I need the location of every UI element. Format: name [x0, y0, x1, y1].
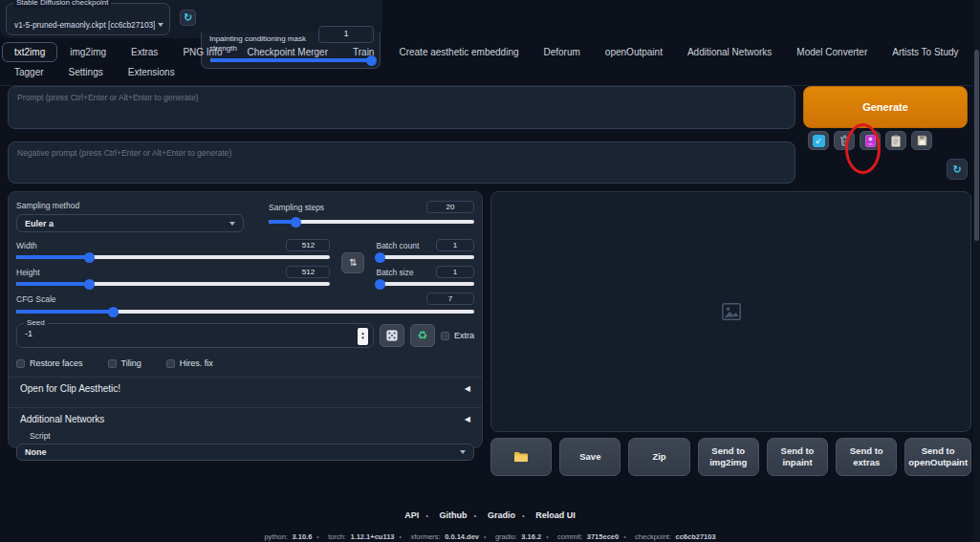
send-to-extras-button[interactable]: Send to extras — [836, 438, 897, 476]
swap-width-height-button[interactable]: ⇅ — [341, 252, 364, 273]
seed-input[interactable] — [25, 329, 312, 338]
github-link[interactable]: Github — [440, 510, 468, 520]
version-label: xformers: — [410, 532, 440, 541]
clipboard-icon — [891, 135, 901, 147]
tab-extras[interactable]: Extras — [119, 42, 170, 62]
batch-count-slider[interactable] — [376, 255, 474, 259]
tiling-checkbox[interactable] — [108, 359, 117, 368]
paste-parameters-button[interactable]: ↙ — [808, 131, 829, 150]
gradio-link[interactable]: Gradio — [488, 510, 515, 520]
version-value: cc6cb27103 — [675, 532, 715, 541]
image-placeholder-icon — [721, 301, 742, 322]
sampling-steps-slider[interactable] — [269, 220, 474, 224]
zip-button[interactable]: Zip — [628, 438, 689, 476]
bullet-separator: • — [522, 511, 525, 520]
sampling-method-dropdown[interactable]: Euler a — [16, 214, 244, 232]
tab-img2img[interactable]: img2img — [57, 42, 119, 62]
version-label: commit: — [557, 532, 582, 541]
tab-create-aesthetic-embedding[interactable]: Create aesthetic embedding — [386, 42, 531, 62]
width-slider[interactable] — [16, 255, 330, 259]
tab-tagger[interactable]: Tagger — [2, 62, 56, 82]
save-button[interactable]: Save — [559, 438, 621, 476]
tab-txt2img[interactable]: txt2img — [2, 42, 57, 62]
version-label: gradio: — [495, 532, 517, 541]
seed-stepper[interactable]: ▲ ▼ — [358, 328, 368, 345]
tab-settings[interactable]: Settings — [56, 62, 116, 82]
scrollbar-thumb[interactable] — [974, 50, 979, 241]
annotation-circle — [845, 123, 881, 174]
tab-png-info[interactable]: PNG Info — [170, 42, 234, 62]
tab-openoutpaint[interactable]: openOutpaint — [593, 42, 675, 62]
bullet-separator: • — [400, 533, 402, 540]
checkpoint-dropdown[interactable]: Stable Diffusion checkpoint v1-5-pruned-… — [6, 3, 170, 35]
bullet-separator: • — [474, 511, 477, 520]
additional-networks-label: Additional Networks — [20, 414, 104, 424]
cfg-scale-slider[interactable] — [16, 310, 474, 314]
tab-train[interactable]: Train — [340, 42, 386, 62]
paste-arrow-icon: ↙ — [813, 135, 825, 147]
send-to-openoutpaint-button[interactable]: Send to openOutpaint — [904, 438, 971, 476]
width-value[interactable]: 512 — [286, 239, 330, 251]
version-value: 3715ece0 — [587, 532, 619, 541]
hires-fix-label: Hires. fix — [180, 358, 213, 368]
result-actions: Save Zip Send to img2img Send to inpaint… — [490, 438, 971, 476]
slider-handle[interactable] — [375, 252, 385, 263]
prompt-input[interactable] — [17, 93, 786, 122]
bullet-separator: • — [425, 511, 428, 520]
reuse-seed-button[interactable]: ♻ — [410, 324, 435, 347]
extra-seed-checkbox[interactable] — [441, 332, 449, 340]
sampling-method-label: Sampling method — [16, 201, 244, 210]
send-to-img2img-button[interactable]: Send to img2img — [698, 438, 759, 476]
accordion-arrow-icon: ◀ — [465, 415, 470, 423]
sampling-steps-label: Sampling steps — [269, 203, 324, 212]
batch-count-value[interactable]: 1 — [436, 239, 474, 251]
refresh-checkpoints-button[interactable]: ↻ — [180, 10, 196, 26]
additional-networks-accordion[interactable]: Additional Networks ◀ — [9, 407, 482, 429]
save-style-button[interactable] — [911, 131, 932, 150]
height-slider[interactable] — [16, 282, 330, 286]
batch-size-slider[interactable] — [376, 282, 474, 286]
restore-faces-label: Restore faces — [30, 358, 83, 368]
tab-model-converter[interactable]: Model Converter — [784, 42, 880, 62]
script-dropdown[interactable]: None — [16, 444, 474, 461]
sampling-steps-value[interactable]: 20 — [426, 201, 474, 213]
footer: API• Github• Gradio• Reload UI python: 3… — [0, 505, 980, 542]
apply-style-button[interactable] — [885, 131, 906, 150]
version-value: 3.16.2 — [521, 532, 541, 541]
accordion-arrow-icon: ◀ — [465, 384, 470, 393]
tab-extensions[interactable]: Extensions — [116, 62, 187, 82]
open-folder-button[interactable] — [490, 438, 552, 476]
chevron-down-icon — [460, 450, 466, 454]
send-to-inpaint-button[interactable]: Send to inpaint — [767, 438, 828, 476]
slider-handle[interactable] — [375, 279, 385, 290]
result-gallery — [490, 191, 971, 432]
folder-icon — [513, 451, 529, 463]
reload-ui-link[interactable]: Reload UI — [535, 510, 576, 520]
script-label: Script — [30, 431, 474, 441]
slider-handle[interactable] — [291, 217, 301, 228]
sampling-method-value: Euler a — [25, 219, 54, 228]
refresh-styles-button[interactable]: ↻ — [947, 159, 968, 180]
tab-additional-networks[interactable]: Additional Networks — [675, 42, 784, 62]
tab-artists-to-study[interactable]: Artists To Study — [880, 42, 970, 62]
cfg-scale-value[interactable]: 7 — [426, 293, 474, 305]
checkpoint-label: Stable Diffusion checkpoint — [13, 0, 111, 8]
tab-checkpoint-merger[interactable]: Checkpoint Merger — [235, 42, 340, 62]
floppy-save-icon — [917, 135, 927, 146]
batch-size-value[interactable]: 1 — [436, 266, 474, 278]
negative-prompt-box — [8, 141, 795, 184]
clip-aesthetic-accordion[interactable]: Open for Clip Aesthetic! ◀ — [9, 377, 482, 399]
height-value[interactable]: 512 — [286, 266, 330, 278]
negative-prompt-input[interactable] — [17, 148, 786, 177]
slider-handle[interactable] — [84, 252, 95, 263]
api-link[interactable]: API — [404, 510, 419, 520]
generate-button[interactable]: Generate — [803, 86, 968, 128]
dice-icon — [386, 330, 398, 341]
random-seed-button[interactable] — [380, 324, 404, 347]
hires-fix-checkbox[interactable] — [166, 359, 175, 368]
restore-faces-checkbox[interactable] — [16, 359, 25, 368]
slider-handle[interactable] — [84, 279, 95, 290]
swap-icon: ⇅ — [349, 257, 357, 268]
tab-deforum[interactable]: Deforum — [532, 42, 593, 62]
slider-handle[interactable] — [108, 307, 119, 317]
